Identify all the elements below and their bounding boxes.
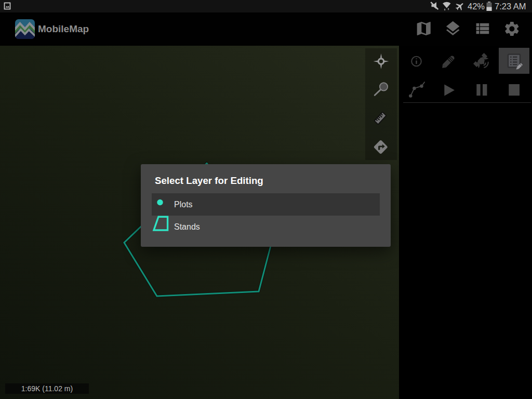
svg-text:7:23 AM: 7:23 AM (495, 2, 526, 11)
svg-text:42%: 42% (468, 2, 485, 11)
